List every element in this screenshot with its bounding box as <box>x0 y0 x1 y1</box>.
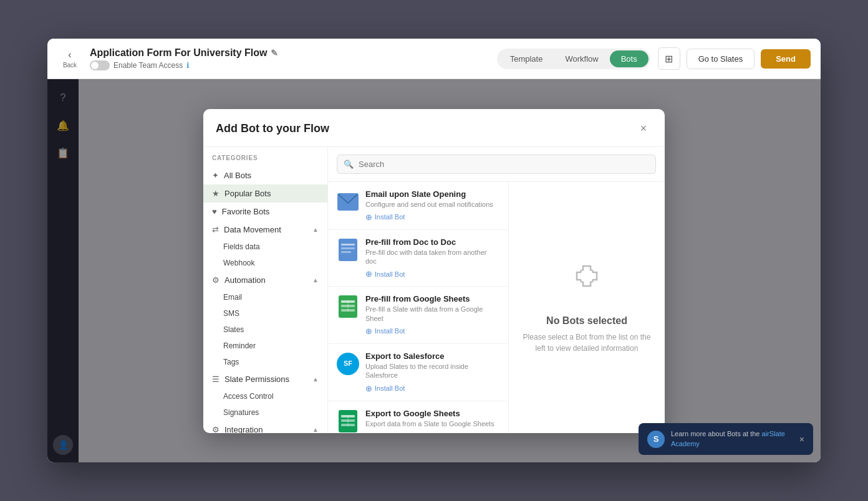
app-window: ‹ Back Application Form For University F… <box>47 39 821 462</box>
bot-info-export-salesforce: Export to Salesforce Upload Slates to th… <box>365 351 499 393</box>
bot-icon-email-slate-opening <box>337 191 359 213</box>
install-label-3: Install Bot <box>375 384 405 392</box>
sub-reminder[interactable]: Reminder <box>203 338 327 354</box>
bot-name-prefill-doc: Pre-fill from Doc to Doc <box>365 237 499 247</box>
category-automation[interactable]: ⚙ Automation ▲ <box>203 271 327 289</box>
bot-icon-prefill-doc <box>337 239 359 261</box>
sub-tags[interactable]: Tags <box>203 354 327 370</box>
install-plus-icon-2: ⊕ <box>365 327 372 336</box>
install-bot-3[interactable]: ⊕ Install Bot <box>365 384 499 393</box>
bot-info-prefill-doc: Pre-fill from Doc to Doc Pre-fill doc wi… <box>365 237 499 279</box>
no-bot-panel: No Bots selected Please select a Bot fro… <box>509 182 665 433</box>
bot-item-email-slate-opening[interactable]: Email upon Slate Opening Configure and s… <box>328 182 508 230</box>
sub-signatures[interactable]: Signatures <box>203 404 327 421</box>
bot-item-export-gsheets[interactable]: Export to Google Sheets Export data from… <box>328 401 508 433</box>
category-slate-permissions[interactable]: ☰ Slate Permissions ▲ <box>203 370 327 388</box>
modal-close-button[interactable]: × <box>635 120 652 138</box>
title-area: Application Form For University Flow ✎ E… <box>90 47 489 70</box>
category-data-movement[interactable]: ⇄ Data Movement ▲ <box>203 221 327 239</box>
back-arrow-icon: ‹ <box>68 49 71 60</box>
category-popular-bots[interactable]: ★ Popular Bots <box>203 184 327 203</box>
right-panel: 🔍 <box>328 147 665 433</box>
install-bot-4[interactable]: ⊕ Install Bot <box>365 432 499 433</box>
bot-icon-export-gsheets <box>337 410 359 432</box>
data-movement-icon: ⇄ <box>212 225 219 234</box>
bot-desc-prefill-gsheets: Pre-fill a Slate with data from a Google… <box>365 305 499 323</box>
puzzle-icon <box>568 261 605 305</box>
install-bot-1[interactable]: ⊕ Install Bot <box>365 269 499 279</box>
tab-workflow[interactable]: Workflow <box>554 50 609 67</box>
main-content: ? 🔔 📋 👤 Add Bot to your Flow × CATEGOR <box>47 79 821 462</box>
install-bot-0[interactable]: ⊕ Install Bot <box>365 212 499 222</box>
category-all-bots[interactable]: ✦ All Bots <box>203 166 327 184</box>
academy-close-icon[interactable]: × <box>799 434 804 444</box>
tab-bots[interactable]: Bots <box>610 50 649 67</box>
search-input[interactable] <box>359 160 649 169</box>
automation-label: Automation <box>224 275 307 285</box>
install-label-2: Install Bot <box>375 327 405 335</box>
data-movement-label: Data Movement <box>224 225 307 234</box>
integration-label: Integration <box>224 425 307 433</box>
install-label-0: Install Bot <box>375 213 405 221</box>
bot-desc-prefill-doc: Pre-fill doc with data taken from anothe… <box>365 248 499 266</box>
academy-banner: S Learn more about Bots at the airSlate … <box>639 423 813 455</box>
svg-rect-2 <box>341 244 355 246</box>
bot-desc-export-gsheets: Export data from a Slate to Google Sheet… <box>365 419 499 428</box>
academy-text: Learn more about Bots at the airSlate Ac… <box>671 429 793 449</box>
modal-header: Add Bot to your Flow × <box>203 109 665 147</box>
no-bot-title: No Bots selected <box>546 315 627 327</box>
no-bot-desc: Please select a Bot from the list on the… <box>521 332 652 354</box>
bot-name-export-salesforce: Export to Salesforce <box>365 351 499 361</box>
modal-overlay: Add Bot to your Flow × CATEGORIES ✦ All … <box>47 79 821 462</box>
bot-name-export-gsheets: Export to Google Sheets <box>365 409 499 418</box>
category-favorite-bots[interactable]: ♥ Favorite Bots <box>203 203 327 221</box>
sub-slates[interactable]: Slates <box>203 322 327 338</box>
academy-logo: S <box>647 431 665 448</box>
search-bar: 🔍 <box>328 147 665 182</box>
install-bot-2[interactable]: ⊕ Install Bot <box>365 327 499 336</box>
bot-icon-prefill-gsheets <box>337 295 359 318</box>
install-plus-icon-1: ⊕ <box>365 269 372 279</box>
bot-item-export-salesforce[interactable]: SF Export to Salesforce Upload Slates to… <box>328 344 508 401</box>
modal-title: Add Bot to your Flow <box>216 122 329 135</box>
tab-template[interactable]: Template <box>499 50 554 67</box>
bot-list: Email upon Slate Opening Configure and s… <box>328 182 509 433</box>
info-icon[interactable]: ℹ <box>186 61 190 70</box>
go-to-slates-button[interactable]: Go to Slates <box>687 49 755 69</box>
bot-icon-export-salesforce: SF <box>337 353 359 375</box>
bot-name-email-slate-opening: Email upon Slate Opening <box>365 189 499 199</box>
bot-item-prefill-gsheets[interactable]: Pre-fill from Google Sheets Pre-fill a S… <box>328 287 508 344</box>
send-button[interactable]: Send <box>761 49 811 69</box>
team-toggle-label: Enable Team Access <box>113 61 183 70</box>
search-input-wrap: 🔍 <box>337 155 656 174</box>
bot-info-prefill-gsheets: Pre-fill from Google Sheets Pre-fill a S… <box>365 294 499 336</box>
category-integration[interactable]: ⚙ Integration ▲ <box>203 421 327 433</box>
bot-list-area: Email upon Slate Opening Configure and s… <box>328 182 665 433</box>
back-button[interactable]: ‹ Back <box>57 43 82 74</box>
app-title: Application Form For University Flow ✎ <box>90 47 489 59</box>
bot-item-prefill-doc[interactable]: Pre-fill from Doc to Doc Pre-fill doc wi… <box>328 230 508 287</box>
add-bot-modal: Add Bot to your Flow × CATEGORIES ✦ All … <box>203 109 665 433</box>
install-plus-icon-3: ⊕ <box>365 384 372 393</box>
slate-permissions-chevron: ▲ <box>312 376 319 383</box>
favorite-bots-icon: ♥ <box>212 207 217 216</box>
sub-email[interactable]: Email <box>203 289 327 305</box>
install-plus-icon-0: ⊕ <box>365 212 372 222</box>
favorite-bots-label: Favorite Bots <box>222 207 319 216</box>
bot-info-export-gsheets: Export to Google Sheets Export data from… <box>365 409 499 433</box>
tab-group: Template Workflow Bots <box>497 49 650 69</box>
bot-name-prefill-gsheets: Pre-fill from Google Sheets <box>365 294 499 303</box>
grid-view-button[interactable]: ⊞ <box>658 47 680 70</box>
team-access-toggle[interactable] <box>90 60 110 70</box>
bot-desc-export-salesforce: Upload Slates to the record inside Sales… <box>365 362 499 380</box>
top-bar: ‹ Back Application Form For University F… <box>47 39 821 79</box>
sub-fields-data[interactable]: Fields data <box>203 239 327 255</box>
sub-webhook[interactable]: Webhook <box>203 255 327 271</box>
modal-body: CATEGORIES ✦ All Bots ★ Popular Bots ♥ F… <box>203 147 665 433</box>
category-panel: CATEGORIES ✦ All Bots ★ Popular Bots ♥ F… <box>203 147 328 433</box>
sub-sms[interactable]: SMS <box>203 305 327 322</box>
edit-title-icon[interactable]: ✎ <box>271 48 278 58</box>
data-movement-chevron: ▲ <box>312 226 319 233</box>
automation-chevron: ▲ <box>312 277 319 284</box>
sub-access-control[interactable]: Access Control <box>203 388 327 404</box>
